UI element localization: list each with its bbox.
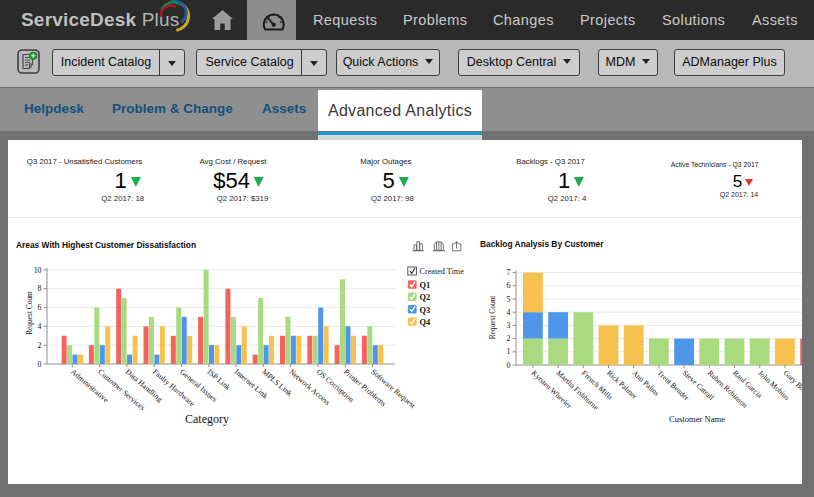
svg-text:Q4: Q4	[420, 318, 432, 327]
svg-text:7: 7	[507, 268, 511, 277]
svg-text:2: 2	[38, 341, 42, 350]
svg-text:Software Request: Software Request	[369, 367, 417, 410]
svg-text:Q1: Q1	[420, 281, 431, 290]
svg-text:Q3: Q3	[420, 306, 431, 315]
svg-text:Customer Name: Customer Name	[669, 414, 725, 424]
svg-text:Request Count: Request Count	[25, 290, 34, 335]
svg-text:2: 2	[507, 334, 511, 343]
svg-text:Request Count: Request Count	[488, 295, 497, 340]
svg-text:3: 3	[507, 321, 511, 330]
svg-text:4: 4	[38, 322, 42, 331]
svg-text:10: 10	[34, 266, 42, 275]
svg-text:Backlog Analysis By Customer: Backlog Analysis By Customer	[480, 239, 604, 249]
svg-text:0: 0	[507, 361, 511, 370]
svg-text:Q2: Q2	[420, 293, 431, 302]
svg-text:Category: Category	[185, 412, 229, 426]
svg-text:Areas With Highest Customer Di: Areas With Highest Customer Dissatisfact…	[16, 240, 196, 250]
svg-text:5: 5	[507, 295, 511, 304]
svg-text:8: 8	[38, 284, 42, 293]
svg-text:6: 6	[38, 303, 42, 312]
svg-text:Created Time: Created Time	[420, 267, 465, 276]
svg-text:Customer Services: Customer Services	[96, 367, 146, 412]
svg-text:0: 0	[38, 360, 42, 369]
svg-text:1: 1	[507, 347, 511, 356]
svg-text:6: 6	[507, 281, 511, 290]
svg-text:4: 4	[507, 308, 511, 317]
